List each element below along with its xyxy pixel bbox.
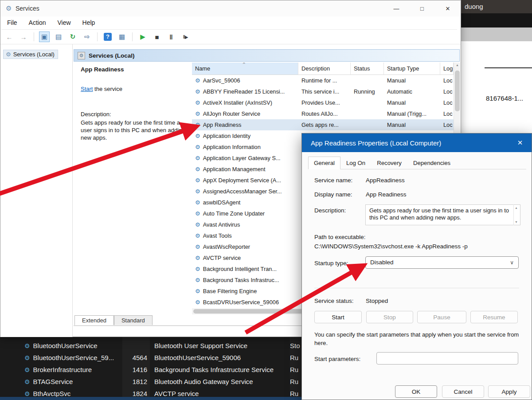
restart-service-icon[interactable]: ‖▶ <box>180 31 191 42</box>
background-partial-number: 8167648-1... <box>486 94 523 102</box>
menu-help[interactable]: Help <box>77 16 101 29</box>
stop-service-icon[interactable]: ■ <box>152 31 162 42</box>
back-icon[interactable]: ← <box>4 31 15 42</box>
section-divider <box>314 288 519 288</box>
startup-type-dropdown[interactable]: Disabled ∨ <box>365 256 519 269</box>
start-service-icon[interactable]: ▶ <box>137 31 148 42</box>
service-description: Provides Use... <box>298 99 351 106</box>
dialog-tabs: GeneralLog OnRecoveryDependencies <box>308 157 456 169</box>
service-name: Base Filtering Engine <box>203 288 257 294</box>
services-node-icon: ⚙ <box>6 51 11 58</box>
column-header-name[interactable]: Name ^ <box>192 63 298 75</box>
service-gear-icon: ⚙ <box>195 255 200 261</box>
tree-item-services-local[interactable]: ⚙ Services (Local) <box>3 50 58 59</box>
service-gear-icon: ⚙ <box>195 166 200 173</box>
separator[interactable] <box>34 32 34 41</box>
AarSvc_59006[interactable]: ⚙ AarSvc_59006 Runtime for ... Manual Lo… <box>192 75 454 86</box>
menu-view[interactable]: View <box>51 16 76 29</box>
stop-button[interactable]: Stop <box>366 311 413 323</box>
service-name: ABBYY FineReader 15 Licensi... <box>203 88 285 95</box>
minimize-button[interactable]: — <box>383 0 409 16</box>
dialog-tab-general[interactable]: General <box>308 157 340 169</box>
cancel-button[interactable]: Cancel <box>442 385 484 398</box>
process-status: Sto <box>286 342 300 349</box>
display-name-value: App Readiness <box>366 191 407 198</box>
service-gear-icon: ⚙ <box>195 177 200 184</box>
service-name-value: AppReadiness <box>366 177 405 184</box>
service-name: AllJoyn Router Service <box>203 110 260 117</box>
title-bar[interactable]: ⚙ Services —□✕ <box>0 0 461 16</box>
service-name: AarSvc_59006 <box>203 77 240 84</box>
close-button[interactable]: ✕ <box>435 0 461 16</box>
separator[interactable] <box>132 32 133 41</box>
maximize-button[interactable]: □ <box>409 0 435 16</box>
scroll-up-icon[interactable]: ▲ <box>454 63 461 67</box>
separator[interactable] <box>97 32 98 41</box>
export-list-icon[interactable]: ⇨ <box>82 31 92 42</box>
process-name: BTAGService <box>33 378 73 385</box>
window-title: Services <box>16 0 39 16</box>
service-gear-icon: ⚙ <box>195 232 200 239</box>
background-user-label: duong <box>461 0 532 13</box>
service-description: This service i... <box>298 88 351 95</box>
column-header-status[interactable]: Status <box>351 63 384 75</box>
process-status: Ru <box>286 354 298 361</box>
scrollbar-thumb[interactable] <box>193 309 306 314</box>
tab-extended[interactable]: Extended <box>74 315 114 325</box>
tab-standard[interactable]: Standard <box>114 315 153 325</box>
dialog-close-icon[interactable]: ✕ <box>510 133 530 152</box>
description-textbox[interactable]: Gets apps ready for use the first time a… <box>365 204 520 225</box>
dialog-tab-logon[interactable]: Log On <box>340 157 371 169</box>
service-log-on-as: Loc <box>440 110 454 117</box>
start-service-link[interactable]: Start <box>81 86 93 92</box>
resume-button[interactable]: Resume <box>470 311 518 323</box>
start-parameters-input[interactable] <box>376 352 518 365</box>
window-controls: —□✕ <box>383 0 461 16</box>
ActiveX Installer (AxInstSV)[interactable]: ⚙ ActiveX Installer (AxInstSV) Provides … <box>192 97 454 108</box>
pause-service-icon[interactable]: ‖ <box>166 31 176 42</box>
properties-icon[interactable]: ▤ <box>53 31 64 42</box>
service-gear-icon: ⚙ <box>195 77 200 84</box>
service-gear-icon: ⚙ <box>24 390 30 397</box>
service-name: Avast Tools <box>203 232 232 239</box>
dialog-title-bar[interactable]: App Readiness Properties (Local Computer… <box>302 133 532 152</box>
scroll-down-icon[interactable]: ▼ <box>515 220 518 224</box>
process-description: Background Tasks Infrastructure Service <box>147 366 286 373</box>
start-button[interactable]: Start <box>314 311 362 323</box>
console-window-icon[interactable]: ▣ <box>39 31 50 42</box>
service-name: AVCTP service <box>203 255 241 261</box>
start-parameters-label: Start parameters: <box>314 356 360 362</box>
toolbar: ← → ▣ ▤ ↻ ⇨ <box>0 30 461 44</box>
service-startup-type: Manual <box>384 99 440 106</box>
extended-view-icon[interactable]: ▦ <box>117 31 127 42</box>
forward-icon[interactable]: → <box>18 31 29 42</box>
help-icon[interactable]: ? <box>102 31 113 42</box>
menu-action[interactable]: Action <box>23 16 52 29</box>
tree-item-label: Services (Local) <box>13 51 55 58</box>
service-gear-icon: ⚙ <box>24 378 30 385</box>
ABBYY FineReader 15 Licensi...[interactable]: ⚙ ABBYY FineReader 15 Licensi... This se… <box>192 86 454 97</box>
column-header-startup-type[interactable]: Startup Type <box>384 63 440 75</box>
dialog-tab-recovery[interactable]: Recovery <box>371 157 407 169</box>
service-gear-icon: ⚙ <box>24 354 30 361</box>
service-name: Application Information <box>203 144 261 150</box>
AllJoyn Router Service[interactable]: ⚙ AllJoyn Router Service Routes AllJo...… <box>192 108 454 119</box>
menu-file[interactable]: File <box>1 16 23 29</box>
pause-button[interactable]: Pause <box>417 311 466 323</box>
service-gear-icon: ⚙ <box>195 299 200 306</box>
App Readiness[interactable]: ⚙ App Readiness Gets apps re... Manual L… <box>192 119 454 130</box>
service-name: AppX Deployment Service (A... <box>203 177 281 184</box>
ok-button[interactable]: OK <box>395 385 437 398</box>
apply-button[interactable]: Apply <box>488 385 530 398</box>
scrollbar-thumb[interactable] <box>455 71 460 111</box>
service-name: ActiveX Installer (AxInstSV) <box>203 99 272 106</box>
scroll-up-icon[interactable]: ▲ <box>515 206 518 209</box>
column-header-log-on-as[interactable]: Log <box>440 63 454 75</box>
sort-ascending-icon: ^ <box>243 63 245 67</box>
description-text: Gets apps ready for use the first time a… <box>81 119 187 141</box>
service-status: Running <box>351 88 384 95</box>
column-header-description[interactable]: Description <box>298 63 351 75</box>
dialog-tab-dependencies[interactable]: Dependencies <box>407 157 456 169</box>
refresh-icon[interactable]: ↻ <box>67 31 78 42</box>
process-pid: 1824 <box>124 390 147 397</box>
